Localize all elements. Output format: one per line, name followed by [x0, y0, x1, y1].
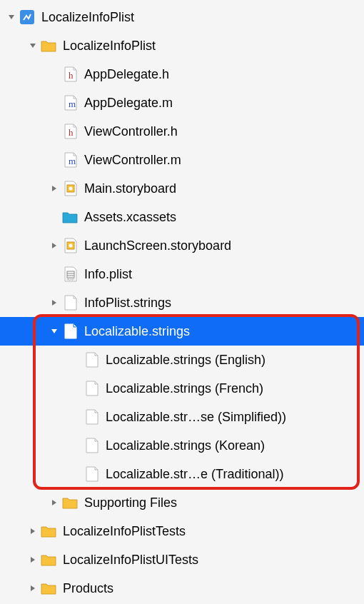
indent	[0, 74, 49, 75]
tree-item-label: Supporting Files	[84, 495, 177, 510]
h-file-icon: h	[61, 123, 79, 140]
tree-item-label: Localizable.str…se (Simplified))	[106, 410, 286, 425]
m-file-icon: m	[61, 151, 79, 168]
folder-icon	[40, 523, 57, 540]
svg-point-8	[69, 244, 73, 248]
indent	[0, 331, 49, 332]
tree-item-label: AppDelegate.m	[84, 96, 173, 111]
tree-item-label: LocalizeInfoPlist	[41, 10, 134, 25]
tree-item-label: Localizable.strings (Korean)	[106, 438, 265, 453]
indent	[0, 417, 70, 418]
tree-item-label: Products	[63, 581, 113, 596]
svg-point-6	[69, 187, 73, 191]
tree-row[interactable]: LocalizeInfoPlist	[0, 3, 364, 31]
tree-item-label: Assets.xcassets	[84, 210, 176, 225]
tree-item-label: InfoPlist.strings	[84, 296, 171, 311]
plist-icon: PLIST	[61, 266, 79, 283]
tree-item-label: Localizable.str…e (Traditional))	[106, 467, 283, 482]
storyboard-icon	[61, 180, 79, 197]
folder-icon	[40, 37, 57, 54]
tree-row[interactable]: Localizable.str…se (Simplified))	[0, 403, 364, 431]
tree-row[interactable]: Products	[0, 574, 364, 603]
indent	[0, 188, 49, 189]
indent	[0, 560, 27, 560]
disclosure-closed-icon[interactable]	[27, 583, 39, 594]
disclosure-closed-icon[interactable]	[27, 525, 39, 537]
tree-item-label: Main.storyboard	[84, 181, 176, 196]
indent	[0, 217, 49, 218]
tree-row[interactable]: Localizable.strings (French)	[0, 374, 364, 403]
svg-text:PLIST: PLIST	[66, 278, 75, 281]
indent	[0, 474, 70, 475]
tree-item-label: ViewController.h	[84, 124, 178, 139]
tree-row[interactable]: hViewController.h	[0, 117, 364, 146]
strings-icon	[83, 437, 100, 454]
tree-row[interactable]: InfoPlist.strings	[0, 288, 364, 317]
indent	[0, 274, 49, 275]
indent	[0, 446, 70, 446]
storyboard-icon	[61, 237, 79, 254]
indent	[0, 103, 49, 104]
indent	[0, 503, 49, 503]
tree-row[interactable]: mAppDelegate.m	[0, 89, 364, 117]
tree-row[interactable]: LocalizeInfoPlist	[0, 31, 364, 60]
disclosure-open-icon[interactable]	[6, 11, 17, 23]
folder-icon	[40, 551, 57, 568]
indent	[0, 531, 27, 532]
indent	[0, 17, 6, 18]
tree-item-label: ViewController.m	[84, 153, 181, 168]
tree-row[interactable]: LaunchScreen.storyboard	[0, 231, 364, 260]
strings-icon	[83, 408, 100, 426]
tree-row[interactable]: Localizable.str…e (Traditional))	[0, 460, 364, 488]
folder-icon	[61, 494, 79, 511]
tree-item-label: Localizable.strings (English)	[106, 353, 266, 368]
tree-row[interactable]: PLISTInfo.plist	[0, 260, 364, 288]
m-file-icon: m	[61, 94, 79, 111]
strings-icon	[83, 465, 100, 483]
tree-row[interactable]: Main.storyboard	[0, 174, 364, 203]
strings-icon	[83, 351, 100, 368]
svg-text:m: m	[69, 156, 76, 166]
svg-text:h: h	[69, 127, 74, 138]
indent	[0, 160, 49, 161]
indent	[0, 303, 49, 303]
indent	[0, 246, 49, 246]
tree-row[interactable]: LocalizeInfoPlistTests	[0, 517, 364, 545]
disclosure-closed-icon[interactable]	[49, 297, 60, 308]
tree-item-label: LocalizeInfoPlistTests	[63, 524, 186, 539]
tree-row[interactable]: LocalizeInfoPlistUITests	[0, 545, 364, 574]
tree-item-label: AppDelegate.h	[84, 67, 169, 82]
tree-row[interactable]: hAppDelegate.h	[0, 60, 364, 89]
tree-row[interactable]: Localizable.strings (English)	[0, 346, 364, 374]
tree-row[interactable]: Localizable.strings	[0, 317, 364, 346]
disclosure-open-icon[interactable]	[27, 40, 39, 51]
strings-icon	[61, 323, 79, 340]
h-file-icon: h	[61, 66, 79, 83]
tree-item-label: LocalizeInfoPlistUITests	[63, 553, 198, 568]
tree-row[interactable]: mViewController.m	[0, 146, 364, 174]
xcassets-icon	[61, 208, 79, 226]
disclosure-open-icon[interactable]	[49, 326, 60, 337]
tree-item-label: LocalizeInfoPlist	[63, 39, 156, 54]
tree-item-label: Localizable.strings (French)	[106, 381, 263, 396]
tree-row[interactable]: Supporting Files	[0, 488, 364, 517]
project-navigator[interactable]: LocalizeInfoPlistLocalizeInfoPlisthAppDe…	[0, 0, 364, 603]
strings-icon	[61, 294, 79, 311]
svg-text:h: h	[69, 70, 74, 81]
tree-item-label: LaunchScreen.storyboard	[84, 238, 231, 253]
indent	[0, 131, 49, 132]
disclosure-closed-icon[interactable]	[49, 497, 60, 508]
disclosure-closed-icon[interactable]	[49, 240, 60, 251]
disclosure-closed-icon[interactable]	[27, 554, 39, 565]
tree-row[interactable]: Localizable.strings (Korean)	[0, 431, 364, 460]
indent	[0, 46, 27, 46]
indent	[0, 388, 70, 389]
strings-icon	[83, 380, 100, 397]
indent	[0, 588, 27, 589]
tree-item-label: Info.plist	[84, 267, 132, 282]
project-icon	[19, 9, 36, 26]
folder-icon	[40, 580, 57, 597]
indent	[0, 360, 70, 361]
disclosure-closed-icon[interactable]	[49, 183, 60, 194]
tree-row[interactable]: Assets.xcassets	[0, 203, 364, 231]
